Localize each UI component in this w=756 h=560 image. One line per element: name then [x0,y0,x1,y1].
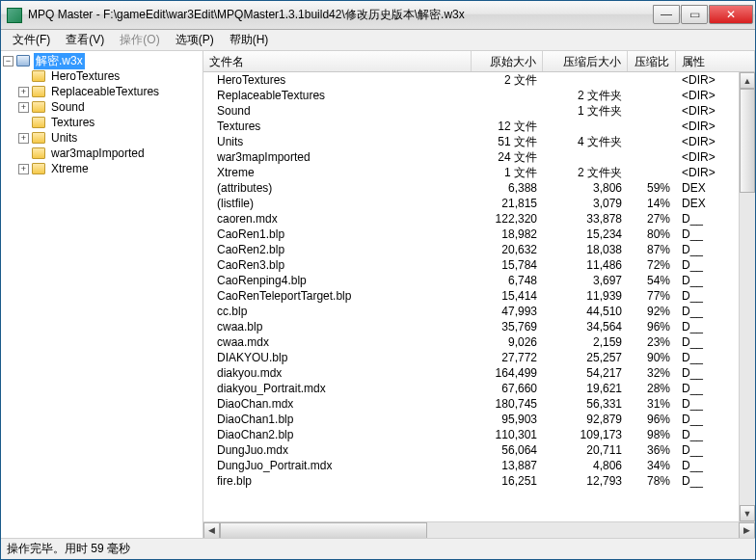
tree-item[interactable]: HeroTextures [1,68,202,84]
vscroll-track[interactable] [740,89,755,505]
cell-ratio: 54% [628,274,676,287]
col-name[interactable]: 文件名 [203,51,472,71]
table-row[interactable]: (listfile)21,8153,07914%DEX [203,196,739,211]
table-row[interactable]: cwaa.mdx9,0262,15923%D__ [203,334,739,350]
table-row[interactable]: DiaoChan.mdx180,74556,33131%D__ [203,396,739,412]
tree-item[interactable]: +ReplaceableTextures [1,84,202,99]
table-row[interactable]: DIAKYOU.blp27,77225,25790%D__ [203,350,739,365]
cell-comp: 15,234 [543,227,628,241]
table-row[interactable]: CaoRenping4.blp6,7483,69754%D__ [203,273,739,288]
expand-icon[interactable]: + [18,102,29,113]
cell-name: (listfile) [203,197,472,210]
hscroll-track[interactable] [220,522,739,539]
table-row[interactable]: ReplaceableTextures2 文件夹<DIR> [203,88,739,103]
table-row[interactable]: DungJuo_Portrait.mdx13,8874,80634%D__ [203,458,739,473]
cell-attr: D__ [676,320,739,333]
cell-orig: 180,745 [472,397,543,411]
cell-orig: 27,772 [472,351,543,364]
cell-name: Textures [203,120,472,133]
menu-operate[interactable]: 操作(O) [112,30,167,50]
table-row[interactable]: cc.blp47,99344,51092%D__ [203,304,739,319]
table-row[interactable]: fire.blp16,25112,79378%D__ [203,473,739,489]
expand-icon[interactable]: + [18,164,29,174]
folder-icon [32,147,45,159]
col-attr[interactable]: 属性 [676,51,755,71]
scroll-up-icon[interactable]: ▲ [740,72,755,89]
table-row[interactable]: diakyou.mdx164,49954,21732%D__ [203,365,739,381]
table-row[interactable]: DiaoChan2.blp110,301109,17398%D__ [203,427,739,442]
cell-attr: DEX [676,181,739,195]
cell-name: CaoRen1.blp [203,227,472,241]
menu-help[interactable]: 帮助(H) [222,30,277,50]
minimize-button[interactable]: — [653,5,680,24]
cell-attr: D__ [676,459,739,472]
cell-orig: 20,632 [472,243,543,256]
table-row[interactable]: caoren.mdx122,32033,87827%D__ [203,211,739,227]
tree-item[interactable]: war3mapImported [1,146,202,161]
table-row[interactable]: Sound1 文件夹<DIR> [203,103,739,119]
cell-comp: 3,697 [543,274,628,287]
menu-file[interactable]: 文件(F) [5,30,58,50]
folder-icon [32,86,45,97]
cell-ratio: 92% [628,305,676,318]
hscroll-thumb[interactable] [220,522,427,539]
table-row[interactable]: CaoRenTeleportTarget.blp15,41411,93977%D… [203,288,739,304]
cell-ratio: 23% [628,335,676,349]
cell-attr: <DIR> [676,104,739,118]
table-row[interactable]: Xtreme1 文件2 文件夹<DIR> [203,165,739,180]
collapse-icon[interactable]: − [3,56,14,67]
expand-icon[interactable]: + [18,87,29,97]
list-body[interactable]: HeroTextures2 文件<DIR>ReplaceableTextures… [203,72,739,521]
maximize-button[interactable]: ▭ [681,5,708,24]
cell-ratio: 31% [628,397,676,411]
cell-orig: 21,815 [472,197,543,210]
vscroll-thumb[interactable] [740,89,755,193]
table-row[interactable]: DiaoChan1.blp95,90392,87996%D__ [203,412,739,427]
app-icon [7,8,22,23]
table-row[interactable]: CaoRen3.blp15,78411,48672%D__ [203,257,739,273]
cell-attr: D__ [676,397,739,411]
table-row[interactable]: CaoRen1.blp18,98215,23480%D__ [203,227,739,242]
table-row[interactable]: (attributes)6,3883,80659%DEX [203,180,739,196]
table-row[interactable]: war3mapImported24 文件<DIR> [203,149,739,165]
folder-icon [32,101,45,113]
table-row[interactable]: Textures12 文件<DIR> [203,119,739,134]
tree-root[interactable]: − 解密.w3x [1,53,202,68]
table-row[interactable]: DungJuo.mdx56,06420,71136%D__ [203,442,739,458]
list-panel: 文件名 原始大小 压缩后大小 压缩比 属性 HeroTextures2 文件<D… [203,51,755,538]
archive-icon [16,55,30,67]
tree-item[interactable]: +Sound [1,99,202,115]
cell-ratio: 80% [628,227,676,241]
tree-item[interactable]: +Xtreme [1,161,202,176]
cell-comp: 1 文件夹 [543,103,628,120]
cell-attr: D__ [676,474,739,488]
cell-ratio: 28% [628,382,676,395]
table-row[interactable]: Units51 文件4 文件夹<DIR> [203,134,739,149]
col-ratio[interactable]: 压缩比 [628,51,676,71]
cell-name: (attributes) [203,181,472,195]
vertical-scrollbar[interactable]: ▲ ▼ [739,72,755,521]
table-row[interactable]: diakyou_Portrait.mdx67,66019,62128%D__ [203,381,739,396]
tree-panel[interactable]: − 解密.w3x HeroTextures+ReplaceableTexture… [1,51,203,538]
col-orig[interactable]: 原始大小 [472,51,543,71]
cell-comp: 2 文件夹 [543,88,628,104]
table-row[interactable]: HeroTextures2 文件<DIR> [203,72,739,88]
table-row[interactable]: cwaa.blp35,76934,56496%D__ [203,319,739,334]
cell-attr: D__ [676,413,739,426]
tree-item[interactable]: +Units [1,130,202,146]
scroll-right-icon[interactable]: ▶ [739,522,755,539]
menu-option[interactable]: 选项(P) [168,30,222,50]
col-comp[interactable]: 压缩后大小 [543,51,628,71]
titlebar: MPQ Master - F:\gameEdit\war3Edit\MPQMas… [1,1,755,30]
tree-item[interactable]: Textures [1,115,202,130]
table-row[interactable]: CaoRen2.blp20,63218,03887%D__ [203,242,739,257]
close-button[interactable]: ✕ [709,5,753,24]
scroll-down-icon[interactable]: ▼ [740,505,755,521]
menu-view[interactable]: 查看(V) [58,30,112,50]
scroll-left-icon[interactable]: ◀ [203,522,220,539]
cell-orig: 1 文件 [472,165,543,181]
cell-orig: 2 文件 [472,72,543,89]
horizontal-scrollbar[interactable]: ◀ ▶ [203,521,755,538]
expand-icon[interactable]: + [18,133,29,144]
cell-name: diakyou_Portrait.mdx [203,382,472,395]
